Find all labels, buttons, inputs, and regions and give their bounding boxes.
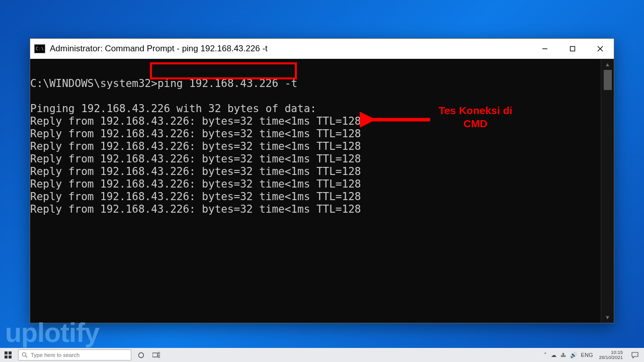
annotation-arrow [360, 110, 435, 130]
ping-reply: Reply from 192.168.43.226: bytes=32 time… [30, 178, 361, 190]
search-icon [22, 352, 28, 358]
system-tray: ˄ ☁ 🖧 🔊 ENG 10:15 28/10/2021 [544, 348, 644, 362]
task-view-button[interactable] [148, 348, 164, 362]
annotation-line1: Tes Koneksi di [438, 104, 513, 117]
scroll-track[interactable] [601, 70, 614, 312]
taskbar-search[interactable] [18, 349, 131, 360]
cortana-button[interactable] [133, 348, 148, 362]
svg-rect-6 [9, 351, 12, 354]
task-view-icon [152, 352, 160, 358]
scroll-down-button[interactable]: ▼ [601, 312, 614, 323]
svg-point-11 [138, 352, 143, 357]
action-center-button[interactable] [629, 348, 641, 362]
command-prompt-window: C:\ Administrator: Command Prompt - ping… [30, 38, 614, 323]
terminal-output[interactable]: C:\WINDOWS\system32>ping 192.168.43.226 … [30, 59, 601, 323]
windows-icon [5, 351, 12, 358]
tray-volume-icon[interactable]: 🔊 [570, 352, 577, 358]
ping-reply: Reply from 192.168.43.226: bytes=32 time… [30, 191, 361, 203]
close-button[interactable] [586, 39, 614, 59]
cmd-icon: C:\ [34, 44, 45, 53]
tray-chevron-icon[interactable]: ˄ [544, 352, 547, 358]
window-controls [531, 39, 614, 59]
svg-rect-5 [5, 351, 8, 354]
ping-reply: Reply from 192.168.43.226: bytes=32 time… [30, 203, 361, 215]
tray-network-icon[interactable]: 🖧 [560, 352, 566, 358]
scroll-thumb[interactable] [604, 70, 612, 90]
ping-reply: Reply from 192.168.43.226: bytes=32 time… [30, 115, 361, 127]
ping-reply: Reply from 192.168.43.226: bytes=32 time… [30, 165, 361, 177]
search-input[interactable] [31, 352, 128, 358]
prompt-path: C:\WINDOWS\system32> [30, 77, 157, 89]
vertical-scrollbar[interactable]: ▲ ▼ [601, 59, 614, 323]
notification-icon [631, 352, 638, 358]
svg-line-10 [26, 356, 27, 357]
minimize-icon [541, 45, 548, 52]
ping-header: Pinging 192.168.43.226 with 32 bytes of … [30, 103, 316, 115]
maximize-icon [569, 45, 576, 52]
scroll-up-button[interactable]: ▲ [601, 59, 614, 70]
cortana-icon [138, 352, 144, 358]
taskbar-clock[interactable]: 10:15 28/10/2021 [597, 350, 625, 360]
close-icon [597, 45, 604, 52]
annotation-line2: CMD [438, 117, 513, 130]
titlebar[interactable]: C:\ Administrator: Command Prompt - ping… [30, 39, 614, 59]
watermark-text: uplotify [5, 317, 99, 348]
svg-rect-7 [5, 355, 8, 358]
ping-reply: Reply from 192.168.43.226: bytes=32 time… [30, 128, 361, 140]
start-button[interactable] [0, 348, 16, 362]
svg-rect-1 [570, 47, 575, 51]
clock-date: 28/10/2021 [599, 355, 623, 360]
svg-rect-12 [152, 353, 157, 357]
tray-onedrive-icon[interactable]: ☁ [551, 352, 556, 358]
svg-point-9 [23, 353, 26, 356]
taskbar: ˄ ☁ 🖧 🔊 ENG 10:15 28/10/2021 [0, 348, 644, 362]
ping-reply: Reply from 192.168.43.226: bytes=32 time… [30, 140, 361, 152]
ping-reply: Reply from 192.168.43.226: bytes=32 time… [30, 153, 361, 165]
svg-rect-13 [158, 352, 160, 354]
svg-rect-14 [158, 355, 160, 357]
maximize-button[interactable] [558, 39, 586, 59]
svg-rect-8 [9, 355, 12, 358]
minimize-button[interactable] [531, 39, 558, 59]
annotation-label: Tes Koneksi di CMD [438, 104, 513, 131]
window-title: Administrator: Command Prompt - ping 192… [50, 44, 268, 54]
command-highlight-box [150, 62, 297, 79]
typed-command: ping 192.168.43.226 -t [157, 77, 297, 89]
tray-language[interactable]: ENG [581, 352, 593, 358]
